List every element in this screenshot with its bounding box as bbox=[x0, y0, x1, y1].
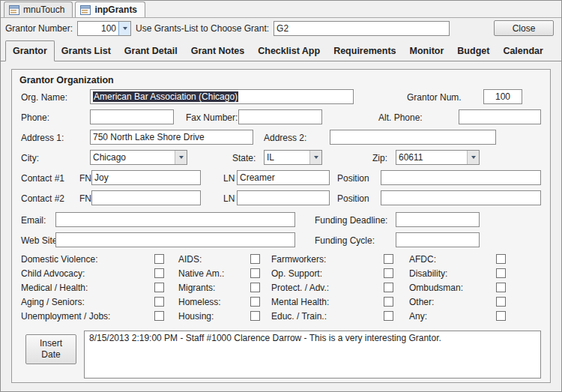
contact1-fn-field[interactable] bbox=[91, 170, 201, 185]
homeless-label: Homeless: bbox=[178, 297, 221, 307]
protect-adv-label: Protect. / Adv.: bbox=[271, 283, 329, 293]
grantor-num-field[interactable] bbox=[483, 89, 522, 104]
grantor-number-combo[interactable]: 100 bbox=[77, 21, 131, 36]
aids-checkbox[interactable] bbox=[250, 254, 260, 264]
address2-field[interactable] bbox=[330, 130, 496, 145]
contact1-label: Contact #1 bbox=[21, 173, 64, 184]
contact2-ln-field[interactable] bbox=[237, 190, 330, 205]
tab-monitor[interactable]: Monitor bbox=[403, 41, 451, 61]
funding-deadline-label: Funding Deadline: bbox=[315, 215, 387, 226]
email-field[interactable] bbox=[55, 212, 295, 227]
org-name-label: Org. Name: bbox=[21, 92, 67, 103]
contact2-position-field[interactable] bbox=[381, 190, 541, 205]
ombudsman-label: Ombudsman: bbox=[409, 283, 463, 293]
state-combo[interactable]: IL bbox=[264, 150, 322, 165]
doc-tab-inpgrants[interactable]: inpGrants bbox=[75, 1, 145, 17]
tab-requirements[interactable]: Requirements bbox=[327, 41, 402, 61]
doc-tab-label: mnuTouch bbox=[23, 4, 64, 15]
phone-field[interactable] bbox=[90, 109, 174, 124]
insert-date-button[interactable]: Insert Date bbox=[25, 334, 76, 364]
fax-number-field[interactable] bbox=[238, 109, 322, 124]
disability-checkbox[interactable] bbox=[496, 268, 506, 278]
educ-train-checkbox[interactable] bbox=[384, 311, 393, 321]
tab-grant-notes[interactable]: Grant Notes bbox=[184, 41, 252, 61]
tab-budget[interactable]: Budget bbox=[450, 41, 496, 61]
protect-adv-checkbox[interactable] bbox=[384, 283, 393, 292]
city-label: City: bbox=[21, 153, 39, 163]
ombudsman-checkbox[interactable] bbox=[496, 283, 506, 292]
zip-label: Zip: bbox=[372, 153, 387, 163]
city-value: Chicago bbox=[91, 151, 175, 164]
native-am-checkbox[interactable] bbox=[250, 268, 260, 278]
migrants-label: Migrants: bbox=[178, 283, 215, 293]
tab-calendar[interactable]: Calendar bbox=[496, 41, 550, 61]
contact2-fn-field[interactable] bbox=[91, 190, 201, 205]
unemployment-jobs-checkbox[interactable] bbox=[154, 311, 164, 321]
housing-checkbox[interactable] bbox=[250, 311, 260, 321]
tab-checklist-app[interactable]: Checklist App bbox=[251, 41, 327, 61]
contact1-ln-field[interactable] bbox=[237, 170, 330, 185]
app-window: mnuTouch inpGrants Grantor Number: 100 U… bbox=[0, 0, 562, 392]
afdc-checkbox[interactable] bbox=[496, 254, 506, 264]
doc-tab-mnutouch[interactable]: mnuTouch bbox=[4, 1, 73, 17]
address1-field[interactable] bbox=[90, 130, 253, 145]
op-support-checkbox[interactable] bbox=[384, 268, 393, 278]
funding-cycle-label: Funding Cycle: bbox=[315, 235, 375, 246]
zip-combo[interactable]: 60611 bbox=[396, 150, 480, 165]
alt-phone-field[interactable] bbox=[459, 109, 541, 124]
tab-grants-list[interactable]: Grants List bbox=[55, 41, 118, 61]
other-label: Other: bbox=[409, 297, 434, 307]
tab-grantor[interactable]: Grantor bbox=[5, 40, 55, 61]
domestic-violence-checkbox[interactable] bbox=[154, 254, 164, 264]
tab-grant-detail[interactable]: Grant Detail bbox=[118, 41, 184, 61]
contact2-position-label: Position bbox=[337, 193, 369, 204]
main-area: Grantor Organization Org. Name: American… bbox=[1, 61, 561, 392]
zip-value: 60611 bbox=[396, 151, 467, 164]
housing-label: Housing: bbox=[178, 311, 214, 322]
notes-field[interactable]: 8/15/2013 2:19:00 PM - Staff #1000 Clare… bbox=[84, 331, 541, 379]
checkbox-row: Medical / Health: Migrants: Protect. / A… bbox=[12, 281, 550, 295]
chevron-down-icon[interactable] bbox=[467, 151, 479, 164]
other-checkbox[interactable] bbox=[496, 297, 506, 307]
native-am-label: Native Am.: bbox=[178, 268, 224, 279]
close-button[interactable]: Close bbox=[494, 20, 554, 36]
migrants-checkbox[interactable] bbox=[250, 283, 260, 292]
mental-health-checkbox[interactable] bbox=[384, 297, 393, 307]
state-label: State: bbox=[232, 153, 256, 163]
aids-label: AIDS: bbox=[178, 254, 202, 265]
farmworkers-checkbox[interactable] bbox=[384, 254, 393, 264]
child-advocacy-label: Child Advocacy: bbox=[21, 268, 85, 279]
medical-health-checkbox[interactable] bbox=[154, 283, 164, 292]
fax-number-label: Fax Number: bbox=[186, 112, 238, 123]
contact1-ln-label: LN bbox=[223, 173, 235, 184]
page-tab-strip: Grantor Grants List Grant Detail Grant N… bbox=[1, 38, 561, 61]
op-support-label: Op. Support: bbox=[271, 268, 322, 279]
grantor-organization-panel: Grantor Organization Org. Name: American… bbox=[11, 69, 551, 383]
medical-health-label: Medical / Health: bbox=[21, 283, 88, 293]
funding-cycle-field[interactable] bbox=[396, 232, 480, 247]
checkbox-row: Domestic Violence: AIDS: Farmworkers: AF… bbox=[12, 253, 550, 267]
chevron-down-icon[interactable] bbox=[309, 151, 321, 164]
city-combo[interactable]: Chicago bbox=[90, 150, 187, 165]
any-checkbox[interactable] bbox=[496, 311, 506, 321]
state-value: IL bbox=[265, 151, 309, 164]
homeless-checkbox[interactable] bbox=[250, 297, 260, 307]
aging-seniors-checkbox[interactable] bbox=[154, 297, 164, 307]
grants-list-input[interactable] bbox=[274, 21, 450, 36]
chevron-down-icon[interactable] bbox=[175, 151, 187, 164]
grantor-number-label: Grantor Number: bbox=[5, 23, 73, 34]
afdc-label: AFDC: bbox=[409, 254, 436, 265]
chevron-down-icon[interactable] bbox=[118, 22, 130, 35]
contact1-position-field[interactable] bbox=[381, 170, 541, 185]
funding-deadline-field[interactable] bbox=[396, 212, 480, 227]
group-title: Grantor Organization bbox=[19, 75, 114, 85]
web-site-field[interactable] bbox=[55, 232, 295, 247]
child-advocacy-checkbox[interactable] bbox=[154, 268, 164, 278]
aging-seniors-label: Aging / Seniors: bbox=[21, 297, 85, 307]
farmworkers-label: Farmworkers: bbox=[271, 254, 326, 265]
contact1-position-label: Position bbox=[337, 173, 369, 184]
phone-label: Phone: bbox=[21, 112, 49, 123]
checkbox-row: Child Advocacy: Native Am.: Op. Support:… bbox=[12, 267, 550, 281]
org-name-field[interactable]: American Bar Association (Chicago) bbox=[90, 89, 354, 104]
document-tab-bar: mnuTouch inpGrants bbox=[1, 1, 561, 18]
